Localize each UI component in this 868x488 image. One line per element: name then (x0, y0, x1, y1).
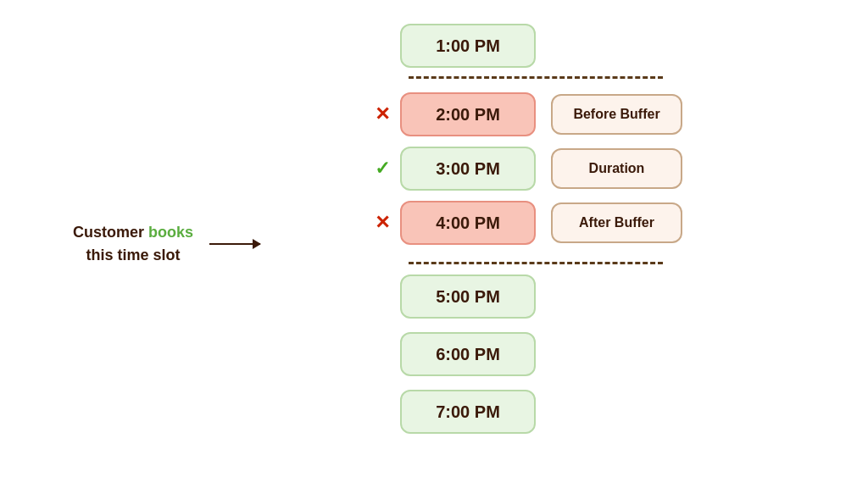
dashed-line-top (409, 76, 663, 79)
dashed-line-bottom (409, 262, 663, 264)
duration-label: Duration (551, 148, 682, 189)
time-label-4pm: 4:00 PM (436, 214, 500, 233)
time-slot-6pm[interactable]: 6:00 PM (400, 332, 536, 376)
slots-column: 1:00 PM ✕ 2:00 PM Before Buffer ✓ 3:00 P… (341, 24, 595, 439)
after-buffer-label: After Buffer (551, 202, 682, 243)
time-label-5pm: 5:00 PM (436, 287, 500, 307)
check-mark-3pm: ✓ (375, 158, 390, 180)
time-slot-2pm[interactable]: ✕ 2:00 PM Before Buffer (400, 92, 536, 136)
time-slot-5pm[interactable]: 5:00 PM (400, 274, 536, 319)
customer-label: Customer booksthis time slot (70, 221, 197, 267)
time-slot-4pm[interactable]: ✕ 4:00 PM After Buffer (400, 201, 536, 245)
time-label-3pm: 3:00 PM (436, 159, 500, 179)
time-label-1pm: 1:00 PM (436, 36, 500, 56)
x-mark-2pm: ✕ (375, 103, 390, 125)
time-slot-1pm[interactable]: 1:00 PM (400, 24, 536, 68)
x-mark-4pm: ✕ (375, 212, 390, 234)
time-slot-3pm[interactable]: ✓ 3:00 PM Duration (400, 147, 536, 191)
time-slot-7pm[interactable]: 7:00 PM (400, 390, 536, 434)
time-label-2pm: 2:00 PM (436, 105, 500, 125)
time-label-7pm: 7:00 PM (436, 402, 500, 422)
books-highlight: books (148, 224, 193, 241)
diagram-container: Customer booksthis time slot 1:00 PM ✕ 2… (53, 15, 815, 473)
arrow-to-slot (209, 243, 260, 245)
time-label-6pm: 6:00 PM (436, 345, 500, 364)
before-buffer-label: Before Buffer (551, 94, 682, 135)
